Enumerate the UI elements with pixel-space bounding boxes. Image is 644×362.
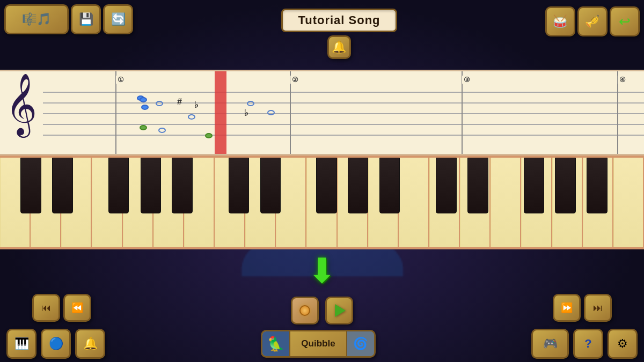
left-toolbar: 🎼🎵 💾 🔄 xyxy=(4,4,133,34)
note-7 xyxy=(188,114,195,120)
black-key-cs3[interactable] xyxy=(436,158,456,213)
note-5 xyxy=(140,125,147,130)
music-notes-icon: 🎼🎵 xyxy=(22,12,51,26)
note-6 xyxy=(158,128,166,133)
measure-num-2: ② xyxy=(290,76,300,84)
sheet-music-area: 𝄞 ① ② ③ ④ # ♭ ♭ xyxy=(0,70,644,156)
undo-button[interactable]: 🔄 xyxy=(103,4,133,34)
record-settings-button[interactable]: 🔵 xyxy=(41,329,71,359)
character-manager-icon: 🎮 xyxy=(543,337,558,351)
save-button[interactable]: 💾 xyxy=(71,4,101,34)
staff: 𝄞 ① ② ③ ④ # ♭ ♭ xyxy=(0,71,644,154)
black-key-ds2[interactable] xyxy=(260,158,281,213)
title-area: Tutorial Song 🔔 xyxy=(281,9,397,59)
metronome-button[interactable]: 🔔 xyxy=(75,329,105,359)
playback-controls xyxy=(0,297,644,324)
black-key-ds1[interactable] xyxy=(52,158,72,213)
back-icon: ↩ xyxy=(619,13,631,30)
black-key-gs1[interactable] xyxy=(141,158,161,213)
settings-icon: ⚙ xyxy=(617,337,628,351)
play-button[interactable] xyxy=(325,297,353,324)
record-settings-icon: 🔵 xyxy=(49,337,63,351)
sharp-sign: # xyxy=(177,97,182,107)
drums-icon: 🥁 xyxy=(553,14,567,28)
undo-icon: 🔄 xyxy=(111,12,126,26)
black-key-cs2[interactable] xyxy=(229,158,249,213)
bell-button[interactable]: 🔔 xyxy=(327,35,351,59)
settings-button[interactable]: ⚙ xyxy=(608,329,638,359)
piano-button[interactable]: 🎹 xyxy=(6,329,36,359)
black-key-fs1[interactable] xyxy=(108,158,129,213)
white-key-b3[interactable] xyxy=(613,158,644,247)
measure-num-1: ① xyxy=(116,76,126,84)
bell-icon: 🔔 xyxy=(332,40,346,54)
measure-bar-4 xyxy=(617,71,618,154)
black-key-gs2[interactable] xyxy=(348,158,368,213)
help-icon: ? xyxy=(584,337,591,351)
measure-bar-3 xyxy=(462,71,463,154)
piano-keys xyxy=(0,158,644,247)
nav-left-controls: ⏮ ⏪ xyxy=(32,294,91,322)
back-button[interactable]: ↩ xyxy=(610,6,640,36)
piano-icon: 🎹 xyxy=(14,337,29,351)
music-notes-button[interactable]: 🎼🎵 xyxy=(4,4,69,34)
skip-back-button[interactable]: ⏮ xyxy=(32,294,60,322)
note-8 xyxy=(205,133,213,138)
drums-button[interactable]: 🥁 xyxy=(545,6,575,36)
piano-area xyxy=(0,156,644,249)
white-key-b2[interactable] xyxy=(399,158,429,247)
character-display: 🦜 Quibble 🌀 xyxy=(261,330,375,358)
record-button[interactable] xyxy=(291,297,319,324)
instruments-button[interactable]: 🎺 xyxy=(577,6,608,36)
black-key-as1[interactable] xyxy=(172,158,192,213)
character-left-icon[interactable]: 🦜 xyxy=(262,330,290,358)
measure-bar-1 xyxy=(115,71,116,154)
character-right-icon[interactable]: 🌀 xyxy=(346,330,374,358)
staff-line-1 xyxy=(43,92,644,93)
black-key-cs1[interactable] xyxy=(20,158,41,213)
note-3 xyxy=(140,97,147,102)
staff-line-5 xyxy=(43,135,644,136)
staff-line-3 xyxy=(43,113,644,114)
note-10 xyxy=(267,110,275,115)
help-button[interactable]: ? xyxy=(573,329,603,359)
note-2 xyxy=(156,101,163,106)
play-icon xyxy=(335,304,346,317)
black-key-as2[interactable] xyxy=(379,158,400,213)
staff-line-2 xyxy=(43,102,644,104)
metronome-icon: 🔔 xyxy=(83,337,98,351)
rewind-icon: ⏪ xyxy=(71,302,83,314)
black-key-fs3[interactable] xyxy=(524,158,544,213)
black-key-ds3[interactable] xyxy=(467,158,488,213)
black-key-gs3[interactable] xyxy=(555,158,575,213)
white-key-e3[interactable] xyxy=(491,158,521,247)
character-portrait-icon: 🌀 xyxy=(353,337,368,351)
flat-sign-2: ♭ xyxy=(244,108,248,118)
save-icon: 💾 xyxy=(79,12,93,26)
bottom-right-tools: 🎮 ? ⚙ xyxy=(531,329,638,359)
playhead xyxy=(215,71,226,154)
instruments-icon: 🎺 xyxy=(585,14,599,28)
black-key-as3[interactable] xyxy=(587,158,607,213)
skip-forward-button[interactable]: ⏭ xyxy=(584,294,612,322)
treble-clef: 𝄞 xyxy=(5,77,37,130)
fast-forward-button[interactable]: ⏩ xyxy=(553,294,581,322)
bottom-toolbar: 🎹 🔵 🔔 🦜 Quibble 🌀 🎮 ? ⚙ xyxy=(0,326,644,362)
character-face-icon: 🦜 xyxy=(267,336,284,352)
note-9 xyxy=(247,101,254,106)
flat-sign-1: ♭ xyxy=(194,100,199,110)
song-title: Tutorial Song xyxy=(281,9,397,32)
character-name: Quibble xyxy=(290,338,346,349)
right-toolbar: 🥁 🎺 ↩ xyxy=(545,6,640,36)
green-arrow-indicator: ⬇ xyxy=(308,251,336,291)
record-dot-icon xyxy=(299,305,310,316)
black-key-fs2[interactable] xyxy=(316,158,336,213)
bottom-left-tools: 🎹 🔵 🔔 xyxy=(6,329,105,359)
measure-num-4: ④ xyxy=(618,76,627,84)
rewind-button[interactable]: ⏪ xyxy=(63,294,91,322)
measure-num-3: ③ xyxy=(462,76,472,84)
skip-forward-icon: ⏭ xyxy=(593,302,603,314)
staff-line-4 xyxy=(43,124,644,125)
character-manager-button[interactable]: 🎮 xyxy=(531,329,569,359)
skip-back-icon: ⏮ xyxy=(41,302,51,314)
